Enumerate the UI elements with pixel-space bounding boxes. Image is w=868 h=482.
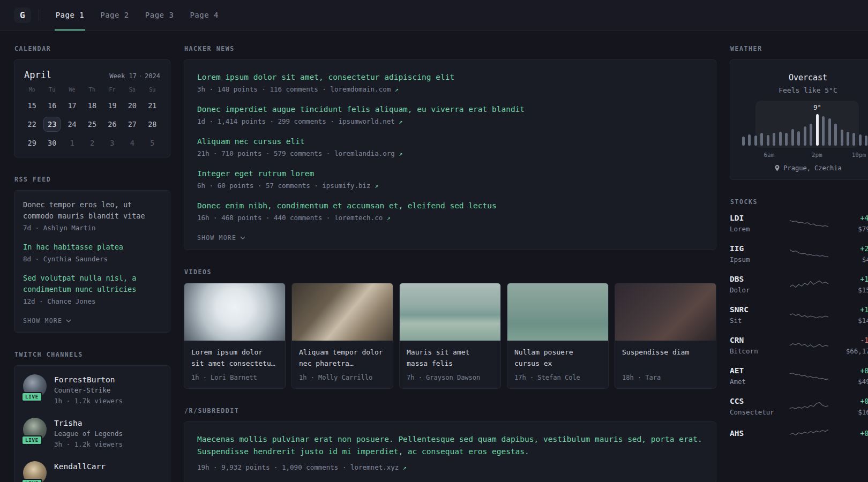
calendar-day-selected[interactable]: 23 (43, 117, 60, 132)
stock-row[interactable]: AHS +0.46% (730, 426, 868, 440)
dashboard: CALENDAR April Week 17·2024 MoTuWeThFrSa… (0, 31, 868, 482)
videos-section-title: VIDEOS (184, 268, 716, 276)
rss-item-link[interactable]: In hac habitasse platea (23, 242, 161, 253)
calendar-day[interactable]: 5 (144, 135, 161, 150)
rss-item-link[interactable]: Sed volutpat nulla nisl, a condimentum n… (23, 273, 161, 295)
stock-row[interactable]: CCS Consectetur +0.51% $165.84 (730, 396, 868, 417)
rss-item-meta: 12d · Chance Jones (23, 297, 161, 306)
stock-row[interactable]: CRN Bitcorn -1.00% $66,171.48 (730, 335, 868, 356)
calendar-section-title: CALENDAR (14, 45, 170, 52)
reddit-post-link[interactable]: Maecenas mollis pulvinar erat non posuer… (197, 433, 703, 458)
twitch-channel[interactable]: LIVE ForrestBurton Counter-Strike 1h · 1… (23, 374, 161, 406)
stock-row[interactable]: LDI Lorem +4.35% $795.18 (730, 213, 868, 234)
tab-page-3[interactable]: Page 3 (137, 0, 182, 30)
calendar-day-header: Th (82, 87, 102, 94)
calendar-day[interactable]: 4 (124, 135, 140, 150)
calendar-day[interactable]: 26 (104, 117, 121, 132)
tab-page-4[interactable]: Page 4 (182, 0, 227, 30)
stock-change: -1.00% (837, 335, 868, 346)
video-title-link[interactable]: Mauris sit amet massa felis (407, 347, 493, 369)
calendar-day[interactable]: 19 (104, 98, 121, 113)
weather-section-title: WEATHER (730, 45, 868, 52)
stock-change: +2.84% (837, 243, 868, 254)
calendar-day[interactable]: 17 (64, 98, 80, 113)
calendar-day[interactable]: 20 (124, 98, 140, 113)
hn-story-link[interactable]: Lorem ipsum dolor sit amet, consectetur … (197, 71, 703, 83)
video-thumbnail[interactable] (615, 283, 716, 341)
calendar-day[interactable]: 29 (24, 135, 40, 150)
stock-ticker: SNRC (730, 304, 781, 315)
hn-story-link[interactable]: Donec imperdiet augue tincidunt felis al… (197, 103, 703, 115)
hn-domain-link[interactable]: ipsumify.biz ↗ (322, 182, 378, 190)
calendar-day[interactable]: 25 (84, 117, 100, 132)
calendar-day[interactable]: 3 (104, 135, 121, 150)
stock-row[interactable]: IIG Ipsum +2.84% $42.04 (730, 243, 868, 265)
calendar-day[interactable]: 24 (64, 117, 80, 132)
tab-page-2[interactable]: Page 2 (92, 0, 137, 30)
video-title-link[interactable]: Suspendisse diam (622, 347, 709, 369)
stock-change: +0.51% (837, 396, 868, 407)
channel-name-link[interactable]: KendallCarr (54, 461, 106, 472)
hn-meta: 1d · 1,414 points · 299 comments · ipsum… (197, 117, 703, 126)
channel-name-link[interactable]: Trisha (54, 418, 123, 428)
video-thumbnail[interactable] (507, 283, 608, 341)
live-badge: LIVE (21, 392, 42, 402)
video-card: Lorem ipsum dolor sit amet consectetu… 1… (184, 283, 286, 389)
video-thumbnail[interactable] (292, 283, 393, 341)
calendar-day[interactable]: 18 (84, 98, 100, 113)
channel-avatar: LIVE (23, 418, 47, 441)
calendar-day[interactable]: 15 (24, 98, 40, 113)
calendar-day[interactable]: 16 (43, 98, 60, 113)
hn-story-link[interactable]: Aliquam nec cursus elit (197, 135, 703, 147)
video-thumbnail[interactable] (184, 283, 285, 341)
video-title-link[interactable]: Nullam posuere cursus ex (514, 347, 601, 369)
stock-sparkline (781, 369, 837, 383)
calendar-day[interactable]: 28 (144, 117, 161, 132)
weather-location-label: Prague, Czechia (783, 164, 841, 172)
rss-show-more-button[interactable]: SHOW MORE (23, 317, 71, 325)
channel-game[interactable]: League of Legends (54, 428, 123, 439)
hn-story-link[interactable]: Integer eget rutrum lorem (197, 168, 703, 179)
rss-item: Donec tempor eros leo, ut commodo mauris… (23, 199, 161, 233)
stock-sparkline (781, 426, 837, 440)
channel-game[interactable]: Counter-Strike (54, 385, 123, 396)
hn-story-link[interactable]: Donec enim nibh, condimentum et accumsan… (197, 200, 703, 212)
twitch-channel[interactable]: LIVE KendallCarr (23, 461, 161, 482)
stock-row[interactable]: AET Amet +0.92% $499.72 (730, 365, 868, 387)
video-card: Mauris sit amet massa felis 7h · Grayson… (399, 283, 501, 389)
twitch-channel[interactable]: LIVE Trisha League of Legends 3h · 1.2k … (23, 418, 161, 449)
right-column: WEATHER Overcast Feels like 5°C 9° 6am2p… (730, 45, 868, 458)
app-logo[interactable]: G (14, 7, 31, 23)
hn-domain-link[interactable]: loremdomain.com ↗ (330, 85, 399, 93)
stock-change: +1.36% (837, 304, 868, 315)
left-column: CALENDAR April Week 17·2024 MoTuWeThFrSa… (14, 45, 170, 482)
hn-meta: 16h · 468 points · 440 comments · loremt… (197, 213, 703, 223)
stock-sparkline (781, 308, 837, 322)
hn-item: Donec imperdiet augue tincidunt felis al… (197, 103, 703, 126)
rss-item-link[interactable]: Donec tempor eros leo, ut commodo mauris… (23, 199, 161, 222)
weather-bar (754, 135, 757, 146)
hn-show-more-button[interactable]: SHOW MORE (197, 234, 245, 242)
stock-row[interactable]: DBS Dolor +1.42% $156.28 (730, 274, 868, 295)
separator-dot: · (139, 72, 143, 80)
calendar-day[interactable]: 22 (24, 117, 40, 132)
calendar-day[interactable]: 21 (144, 98, 161, 113)
video-title-link[interactable]: Aliquam tempor dolor nec pharetra… (299, 347, 386, 369)
hn-domain-link[interactable]: ipsumworld.net ↗ (338, 117, 402, 125)
channel-name-link[interactable]: ForrestBurton (54, 374, 123, 385)
reddit-domain-link[interactable]: loremnet.xyz ↗ (350, 463, 407, 471)
video-title-link[interactable]: Lorem ipsum dolor sit amet consectetu… (191, 347, 278, 369)
calendar-day[interactable]: 27 (124, 117, 140, 132)
stock-change: +0.92% (837, 365, 868, 376)
weather-location[interactable]: Prague, Czechia (739, 164, 868, 172)
weather-bar (791, 129, 794, 146)
hn-domain-link[interactable]: loremtech.co ↗ (334, 214, 391, 222)
channel-avatar: LIVE (23, 374, 47, 398)
hn-domain-link[interactable]: loremlandia.org ↗ (334, 149, 403, 157)
video-thumbnail[interactable] (400, 283, 500, 341)
tab-page-1[interactable]: Page 1 (48, 0, 93, 30)
calendar-day[interactable]: 2 (84, 135, 100, 150)
stock-row[interactable]: SNRC Sit +1.36% $148.64 (730, 304, 868, 326)
calendar-day[interactable]: 1 (64, 135, 80, 150)
calendar-day[interactable]: 30 (43, 135, 60, 150)
